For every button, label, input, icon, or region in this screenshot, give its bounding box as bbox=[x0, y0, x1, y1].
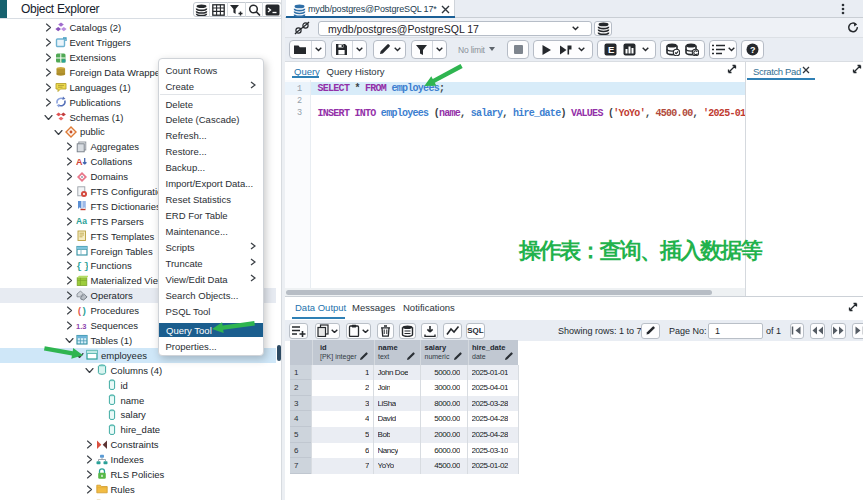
svg-text:Aa: Aa bbox=[76, 216, 87, 226]
svg-text:{ }: { } bbox=[76, 261, 88, 272]
svg-text:1.3: 1.3 bbox=[76, 321, 86, 330]
svg-text:): ) bbox=[81, 306, 87, 317]
svg-text:?: ? bbox=[750, 45, 756, 55]
svg-text:E: E bbox=[608, 44, 614, 55]
svg-text:A: A bbox=[76, 157, 83, 167]
